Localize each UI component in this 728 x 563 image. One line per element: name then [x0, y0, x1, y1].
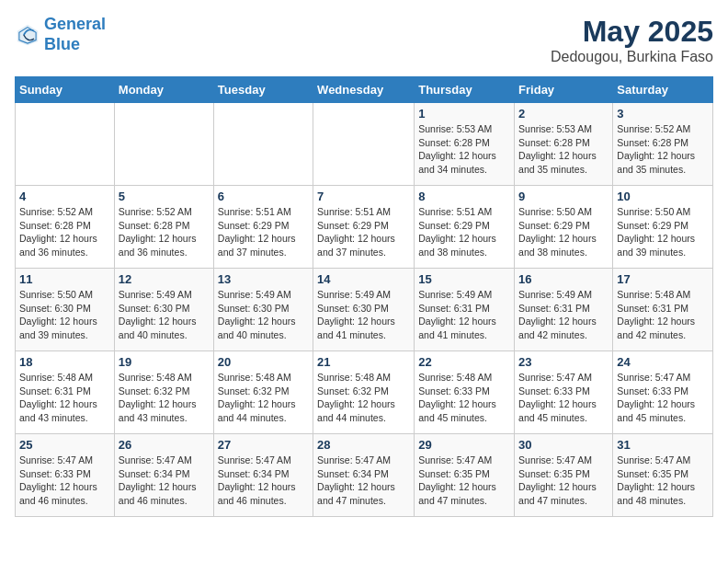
- day-info: Sunrise: 5:47 AM Sunset: 6:35 PM Dayligh…: [518, 454, 609, 508]
- calendar-cell: [313, 103, 415, 186]
- logo-line2: Blue: [44, 35, 80, 53]
- calendar-cell: 21Sunrise: 5:48 AM Sunset: 6:32 PM Dayli…: [313, 351, 415, 434]
- day-info: Sunrise: 5:49 AM Sunset: 6:30 PM Dayligh…: [218, 288, 309, 342]
- calendar-cell: [114, 103, 213, 186]
- dow-header-monday: Monday: [114, 77, 213, 103]
- day-info: Sunrise: 5:52 AM Sunset: 6:28 PM Dayligh…: [617, 122, 709, 177]
- calendar-cell: 26Sunrise: 5:47 AM Sunset: 6:34 PM Dayli…: [114, 434, 213, 517]
- calendar-cell: 11Sunrise: 5:50 AM Sunset: 6:30 PM Dayli…: [16, 269, 115, 351]
- day-info: Sunrise: 5:47 AM Sunset: 6:35 PM Dayligh…: [617, 454, 709, 508]
- day-number: 23: [518, 355, 609, 369]
- day-number: 17: [617, 272, 709, 286]
- day-number: 12: [119, 272, 210, 286]
- day-info: Sunrise: 5:47 AM Sunset: 6:33 PM Dayligh…: [617, 371, 709, 425]
- calendar-cell: 5Sunrise: 5:52 AM Sunset: 6:28 PM Daylig…: [114, 186, 213, 269]
- calendar-week-4: 18Sunrise: 5:48 AM Sunset: 6:31 PM Dayli…: [16, 351, 713, 434]
- calendar-cell: 13Sunrise: 5:49 AM Sunset: 6:30 PM Dayli…: [213, 269, 313, 351]
- day-info: Sunrise: 5:49 AM Sunset: 6:30 PM Dayligh…: [119, 288, 210, 342]
- calendar-cell: 9Sunrise: 5:50 AM Sunset: 6:29 PM Daylig…: [515, 186, 613, 269]
- day-number: 19: [119, 355, 210, 369]
- calendar-cell: 2Sunrise: 5:53 AM Sunset: 6:28 PM Daylig…: [515, 103, 613, 186]
- calendar-cell: 19Sunrise: 5:48 AM Sunset: 6:32 PM Dayli…: [114, 351, 213, 434]
- calendar-cell: 24Sunrise: 5:47 AM Sunset: 6:33 PM Dayli…: [613, 351, 713, 434]
- day-number: 5: [119, 190, 210, 203]
- day-info: Sunrise: 5:47 AM Sunset: 6:33 PM Dayligh…: [518, 371, 609, 425]
- dow-header-saturday: Saturday: [613, 77, 713, 103]
- dow-header-sunday: Sunday: [16, 77, 115, 103]
- day-info: Sunrise: 5:53 AM Sunset: 6:28 PM Dayligh…: [518, 122, 609, 177]
- calendar-table: SundayMondayTuesdayWednesdayThursdayFrid…: [15, 76, 713, 517]
- day-number: 28: [317, 438, 410, 452]
- calendar-cell: 10Sunrise: 5:50 AM Sunset: 6:29 PM Dayli…: [613, 186, 713, 269]
- page-header: General Blue May 2025 Dedougou, Burkina …: [15, 15, 713, 65]
- calendar-cell: 12Sunrise: 5:49 AM Sunset: 6:30 PM Dayli…: [114, 269, 213, 351]
- main-title: May 2025: [551, 15, 713, 49]
- day-info: Sunrise: 5:47 AM Sunset: 6:34 PM Dayligh…: [218, 454, 309, 508]
- calendar-cell: 15Sunrise: 5:49 AM Sunset: 6:31 PM Dayli…: [415, 269, 515, 351]
- calendar-week-2: 4Sunrise: 5:52 AM Sunset: 6:28 PM Daylig…: [16, 186, 713, 269]
- calendar-cell: 3Sunrise: 5:52 AM Sunset: 6:28 PM Daylig…: [613, 103, 713, 186]
- day-number: 6: [218, 190, 309, 203]
- day-info: Sunrise: 5:48 AM Sunset: 6:32 PM Dayligh…: [218, 371, 309, 425]
- day-number: 8: [418, 190, 510, 203]
- day-info: Sunrise: 5:51 AM Sunset: 6:29 PM Dayligh…: [317, 205, 410, 259]
- day-info: Sunrise: 5:49 AM Sunset: 6:30 PM Dayligh…: [317, 288, 410, 342]
- calendar-cell: 1Sunrise: 5:53 AM Sunset: 6:28 PM Daylig…: [415, 103, 515, 186]
- day-info: Sunrise: 5:48 AM Sunset: 6:31 PM Dayligh…: [19, 371, 110, 425]
- calendar-cell: 7Sunrise: 5:51 AM Sunset: 6:29 PM Daylig…: [313, 186, 415, 269]
- day-number: 2: [518, 107, 609, 121]
- calendar-cell: [213, 103, 313, 186]
- day-info: Sunrise: 5:47 AM Sunset: 6:34 PM Dayligh…: [317, 454, 410, 508]
- day-number: 25: [19, 438, 110, 452]
- day-number: 30: [518, 438, 609, 452]
- day-number: 27: [218, 438, 309, 452]
- logo: General Blue: [15, 15, 106, 54]
- calendar-cell: 18Sunrise: 5:48 AM Sunset: 6:31 PM Dayli…: [16, 351, 115, 434]
- day-of-week-header-row: SundayMondayTuesdayWednesdayThursdayFrid…: [16, 77, 713, 103]
- dow-header-tuesday: Tuesday: [213, 77, 313, 103]
- dow-header-thursday: Thursday: [415, 77, 515, 103]
- day-number: 18: [19, 355, 110, 369]
- day-info: Sunrise: 5:52 AM Sunset: 6:28 PM Dayligh…: [119, 205, 210, 259]
- calendar-cell: 16Sunrise: 5:49 AM Sunset: 6:31 PM Dayli…: [515, 269, 613, 351]
- logo-text: General Blue: [44, 15, 106, 54]
- day-number: 24: [617, 355, 709, 369]
- day-info: Sunrise: 5:51 AM Sunset: 6:29 PM Dayligh…: [218, 205, 309, 259]
- calendar-cell: 29Sunrise: 5:47 AM Sunset: 6:35 PM Dayli…: [415, 434, 515, 517]
- day-info: Sunrise: 5:47 AM Sunset: 6:33 PM Dayligh…: [19, 454, 110, 508]
- calendar-cell: 27Sunrise: 5:47 AM Sunset: 6:34 PM Dayli…: [213, 434, 313, 517]
- day-number: 9: [518, 190, 609, 203]
- calendar-cell: 8Sunrise: 5:51 AM Sunset: 6:29 PM Daylig…: [415, 186, 515, 269]
- day-number: 29: [418, 438, 510, 452]
- calendar-cell: 20Sunrise: 5:48 AM Sunset: 6:32 PM Dayli…: [213, 351, 313, 434]
- day-number: 21: [317, 355, 410, 369]
- day-number: 31: [617, 438, 709, 452]
- calendar-week-5: 25Sunrise: 5:47 AM Sunset: 6:33 PM Dayli…: [16, 434, 713, 517]
- day-number: 4: [19, 190, 110, 203]
- day-info: Sunrise: 5:48 AM Sunset: 6:33 PM Dayligh…: [418, 371, 510, 425]
- day-info: Sunrise: 5:48 AM Sunset: 6:32 PM Dayligh…: [317, 371, 410, 425]
- day-number: 3: [617, 107, 709, 121]
- calendar-week-3: 11Sunrise: 5:50 AM Sunset: 6:30 PM Dayli…: [16, 269, 713, 351]
- calendar-cell: 22Sunrise: 5:48 AM Sunset: 6:33 PM Dayli…: [415, 351, 515, 434]
- day-info: Sunrise: 5:47 AM Sunset: 6:35 PM Dayligh…: [418, 454, 510, 508]
- day-info: Sunrise: 5:48 AM Sunset: 6:32 PM Dayligh…: [119, 371, 210, 425]
- day-number: 10: [617, 190, 709, 203]
- calendar-cell: 28Sunrise: 5:47 AM Sunset: 6:34 PM Dayli…: [313, 434, 415, 517]
- day-number: 14: [317, 272, 410, 286]
- title-block: May 2025 Dedougou, Burkina Faso: [551, 15, 713, 65]
- logo-line1: General: [44, 15, 106, 33]
- day-number: 22: [418, 355, 510, 369]
- calendar-cell: 4Sunrise: 5:52 AM Sunset: 6:28 PM Daylig…: [16, 186, 115, 269]
- day-info: Sunrise: 5:50 AM Sunset: 6:29 PM Dayligh…: [518, 205, 609, 259]
- calendar-cell: 31Sunrise: 5:47 AM Sunset: 6:35 PM Dayli…: [613, 434, 713, 517]
- day-info: Sunrise: 5:52 AM Sunset: 6:28 PM Dayligh…: [19, 205, 110, 259]
- subtitle: Dedougou, Burkina Faso: [551, 49, 713, 65]
- calendar-week-1: 1Sunrise: 5:53 AM Sunset: 6:28 PM Daylig…: [16, 103, 713, 186]
- calendar-cell: 14Sunrise: 5:49 AM Sunset: 6:30 PM Dayli…: [313, 269, 415, 351]
- dow-header-wednesday: Wednesday: [313, 77, 415, 103]
- logo-icon: [15, 22, 40, 48]
- day-info: Sunrise: 5:50 AM Sunset: 6:30 PM Dayligh…: [19, 288, 110, 342]
- day-number: 7: [317, 190, 410, 203]
- day-number: 15: [418, 272, 510, 286]
